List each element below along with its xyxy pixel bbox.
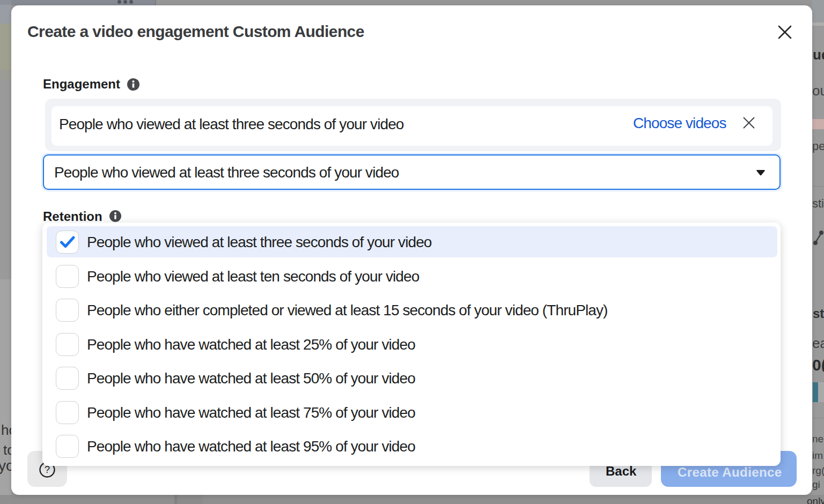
- svg-text:?: ?: [45, 464, 50, 475]
